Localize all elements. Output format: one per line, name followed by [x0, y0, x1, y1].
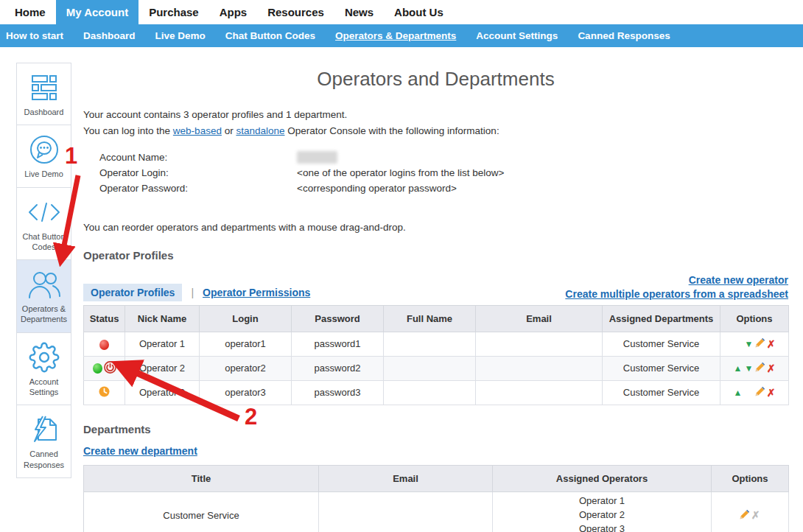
- subnav-canned-responses[interactable]: Canned Responses: [578, 30, 670, 41]
- power-logoff-icon[interactable]: [104, 361, 116, 376]
- sidebar-label: Chat Button Codes: [19, 231, 69, 253]
- nav-resources[interactable]: Resources: [257, 0, 334, 24]
- subnav-dashboard[interactable]: Dashboard: [83, 30, 136, 41]
- operator-profiles-heading: Operator Profiles: [83, 249, 788, 262]
- sidebar-item-live-demo[interactable]: Live Demo: [16, 125, 71, 187]
- create-multiple-operators-link[interactable]: Create multiple operators from a spreads…: [565, 288, 788, 300]
- col-options: Options: [720, 305, 789, 332]
- icon-sidebar: Dashboard Live Demo Chat Button Codes: [16, 63, 71, 478]
- department-email-cell: [319, 491, 493, 532]
- password-cell: password3: [292, 380, 384, 405]
- nav-home[interactable]: Home: [4, 0, 56, 24]
- tab-separator: |: [191, 287, 194, 298]
- col-full-name: Full Name: [384, 305, 476, 332]
- nav-news[interactable]: News: [334, 0, 384, 24]
- col-status: Status: [84, 305, 125, 332]
- dashboard-bricks-icon: [19, 71, 69, 104]
- subnav-operators-departments[interactable]: Operators & Departments: [335, 30, 456, 41]
- table-row: Operator 3 operator3 password3 Customer …: [84, 380, 789, 405]
- sidebar-item-account-settings[interactable]: Account Settings: [16, 332, 71, 406]
- assigned-departments-cell: Customer Service: [603, 380, 720, 405]
- status-online-icon: [93, 363, 102, 374]
- operator-login-value: <one of the operator logins from the lis…: [297, 166, 504, 181]
- move-down-icon[interactable]: ▼: [743, 339, 754, 349]
- gear-icon: [19, 341, 69, 374]
- assigned-departments-cell: Customer Service: [603, 356, 720, 380]
- tab-operator-permissions[interactable]: Operator Permissions: [203, 287, 310, 298]
- annotation-number-1: 1: [65, 143, 77, 169]
- password-cell: password2: [292, 356, 384, 380]
- nav-my-account[interactable]: My Account: [56, 0, 138, 24]
- standalone-link[interactable]: standalone: [236, 125, 284, 136]
- departments-heading: Departments: [83, 423, 788, 435]
- code-brackets-icon: [19, 196, 69, 228]
- operator-tabs: Operator Profiles | Operator Permissions: [83, 284, 310, 301]
- edit-icon[interactable]: [754, 337, 765, 350]
- people-icon: [19, 268, 69, 301]
- status-away-clock-icon: [99, 386, 110, 399]
- web-based-link[interactable]: web-based: [173, 125, 222, 136]
- delete-icon[interactable]: ✗: [765, 363, 776, 374]
- login-credentials: Account Name: Operator Login: <one of th…: [99, 150, 788, 197]
- email-cell: [476, 380, 603, 405]
- table-row: Customer Service Operator 1 Operator 2 O…: [84, 491, 789, 532]
- assigned-operators-cell: Operator 1 Operator 2 Operator 3: [493, 491, 712, 532]
- main-navigation: Home My Account Purchase Apps Resources …: [0, 0, 803, 24]
- bolt-page-icon: [19, 413, 69, 446]
- operator-password-label: Operator Password:: [99, 181, 297, 197]
- nick-name-cell: Operator 1: [125, 332, 200, 356]
- full-name-cell: [384, 356, 476, 380]
- sidebar-item-operators-departments[interactable]: Operators & Departments: [16, 259, 71, 333]
- login-cell: operator3: [200, 380, 292, 405]
- col-title: Title: [84, 465, 319, 491]
- sidebar-label: Operators & Departments: [19, 304, 69, 325]
- table-row: Operator 1 operator1 password1 Customer …: [84, 332, 789, 356]
- table-row: Operator 2 operator2 password2 Customer …: [84, 356, 789, 380]
- create-new-operator-link[interactable]: Create new operator: [689, 274, 788, 286]
- edit-icon[interactable]: [754, 386, 765, 399]
- subnav-chat-button-codes[interactable]: Chat Button Codes: [225, 30, 315, 41]
- sidebar-label: Account Settings: [19, 377, 69, 398]
- move-up-icon[interactable]: ▲: [732, 363, 743, 374]
- intro-line-2: You can log into the web-based or standa…: [83, 123, 788, 139]
- nav-apps[interactable]: Apps: [209, 0, 258, 24]
- nav-about-us[interactable]: About Us: [384, 0, 454, 24]
- main-content: Operators and Departments Your account c…: [83, 65, 788, 532]
- intro-line-1: Your account contains 3 operator profile…: [83, 107, 788, 123]
- nav-purchase[interactable]: Purchase: [138, 0, 209, 24]
- reorder-note: You can reorder operators and department…: [83, 222, 788, 233]
- edit-icon[interactable]: [754, 362, 765, 374]
- nick-name-cell: Operator 3: [125, 380, 200, 405]
- delete-icon[interactable]: ✗: [765, 387, 776, 399]
- sidebar-item-dashboard[interactable]: Dashboard: [16, 63, 71, 125]
- col-email: Email: [319, 465, 493, 491]
- col-email: Email: [476, 305, 603, 332]
- login-cell: operator2: [200, 356, 292, 380]
- move-up-icon[interactable]: ▲: [732, 388, 743, 398]
- move-down-icon[interactable]: ▼: [743, 363, 754, 374]
- intro-text: Your account contains 3 operator profile…: [83, 107, 788, 139]
- edit-icon[interactable]: [739, 509, 750, 522]
- col-assigned-departments: Assigned Departments: [603, 305, 720, 332]
- account-name-redacted-value: [297, 151, 337, 164]
- subnav-how-to-start[interactable]: How to start: [6, 30, 63, 41]
- full-name-cell: [384, 380, 476, 405]
- delete-icon[interactable]: ✗: [765, 338, 776, 350]
- subnav-account-settings[interactable]: Account Settings: [476, 30, 558, 41]
- departments-table: Title Email Assigned Operators Options C…: [83, 465, 789, 532]
- subnav-live-demo[interactable]: Live Demo: [155, 30, 206, 41]
- nick-name-cell: Operator 2: [125, 356, 200, 380]
- status-offline-icon: [99, 340, 109, 350]
- col-password: Password: [292, 305, 384, 332]
- email-cell: [476, 332, 603, 356]
- login-cell: operator1: [200, 332, 292, 356]
- operator-password-value: <corresponding operator password>: [297, 181, 457, 197]
- sidebar-item-canned-responses[interactable]: Canned Responses: [16, 405, 71, 478]
- create-new-department-link[interactable]: Create new department: [83, 445, 197, 457]
- tab-operator-profiles[interactable]: Operator Profiles: [83, 284, 182, 301]
- operator-profiles-table: Status Nick Name Login Password Full Nam…: [83, 305, 789, 405]
- sidebar-item-chat-button-codes[interactable]: Chat Button Codes: [16, 187, 71, 261]
- password-cell: password1: [292, 332, 384, 356]
- col-options: Options: [712, 465, 789, 491]
- chat-bubble-icon: [19, 133, 69, 166]
